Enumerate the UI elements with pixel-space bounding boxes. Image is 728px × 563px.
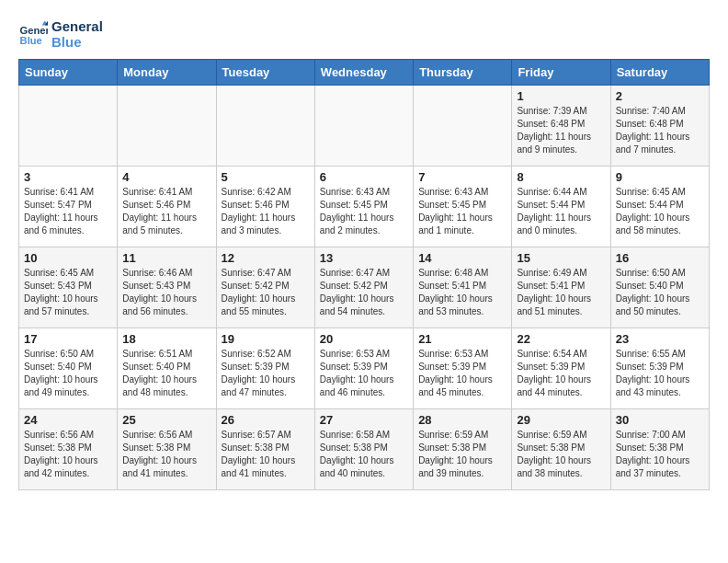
day-info: Sunrise: 6:58 AM Sunset: 5:38 PM Dayligh… <box>320 429 408 480</box>
calendar-table: SundayMondayTuesdayWednesdayThursdayFrid… <box>18 59 710 490</box>
day-info: Sunrise: 6:41 AM Sunset: 5:46 PM Dayligh… <box>122 186 210 237</box>
calendar-cell: 17Sunrise: 6:50 AM Sunset: 5:40 PM Dayli… <box>19 328 118 409</box>
day-info: Sunrise: 6:44 AM Sunset: 5:44 PM Dayligh… <box>517 186 605 237</box>
day-info: Sunrise: 6:56 AM Sunset: 5:38 PM Dayligh… <box>122 429 210 480</box>
calendar-cell: 13Sunrise: 6:47 AM Sunset: 5:42 PM Dayli… <box>314 247 413 328</box>
calendar-cell: 23Sunrise: 6:55 AM Sunset: 5:39 PM Dayli… <box>610 328 709 409</box>
logo-line1: General <box>51 18 103 34</box>
header-wednesday: Wednesday <box>314 60 413 86</box>
day-info: Sunrise: 6:41 AM Sunset: 5:47 PM Dayligh… <box>24 186 112 237</box>
calendar-week-row: 17Sunrise: 6:50 AM Sunset: 5:40 PM Dayli… <box>19 328 710 409</box>
calendar-cell <box>216 86 314 167</box>
day-info: Sunrise: 6:45 AM Sunset: 5:43 PM Dayligh… <box>24 267 112 318</box>
day-number: 5 <box>222 170 310 184</box>
day-info: Sunrise: 6:59 AM Sunset: 5:38 PM Dayligh… <box>517 429 605 480</box>
logo-icon: General Blue <box>18 19 48 49</box>
calendar-week-row: 10Sunrise: 6:45 AM Sunset: 5:43 PM Dayli… <box>19 247 710 328</box>
day-info: Sunrise: 6:51 AM Sunset: 5:40 PM Dayligh… <box>122 348 210 399</box>
day-number: 20 <box>320 332 408 346</box>
calendar-cell <box>19 86 118 167</box>
day-info: Sunrise: 6:54 AM Sunset: 5:39 PM Dayligh… <box>517 348 605 399</box>
day-info: Sunrise: 7:40 AM Sunset: 6:48 PM Dayligh… <box>616 105 704 156</box>
header-saturday: Saturday <box>610 60 709 86</box>
day-info: Sunrise: 6:45 AM Sunset: 5:44 PM Dayligh… <box>616 186 704 237</box>
day-number: 9 <box>616 170 704 184</box>
day-number: 14 <box>418 251 506 265</box>
day-info: Sunrise: 6:59 AM Sunset: 5:38 PM Dayligh… <box>418 429 506 480</box>
calendar-cell: 15Sunrise: 6:49 AM Sunset: 5:41 PM Dayli… <box>512 247 610 328</box>
calendar-cell: 9Sunrise: 6:45 AM Sunset: 5:44 PM Daylig… <box>610 167 709 247</box>
day-number: 26 <box>222 413 310 427</box>
day-info: Sunrise: 6:46 AM Sunset: 5:43 PM Dayligh… <box>122 267 210 318</box>
calendar-cell: 21Sunrise: 6:53 AM Sunset: 5:39 PM Dayli… <box>414 328 512 409</box>
svg-text:Blue: Blue <box>20 35 42 46</box>
day-number: 18 <box>122 332 210 346</box>
day-number: 8 <box>517 170 605 184</box>
calendar-cell: 1Sunrise: 7:39 AM Sunset: 6:48 PM Daylig… <box>512 86 610 167</box>
day-number: 4 <box>122 170 210 184</box>
day-number: 19 <box>222 332 310 346</box>
calendar-cell: 6Sunrise: 6:43 AM Sunset: 5:45 PM Daylig… <box>314 167 413 247</box>
day-number: 2 <box>616 89 704 103</box>
day-info: Sunrise: 6:56 AM Sunset: 5:38 PM Dayligh… <box>24 429 112 480</box>
header-tuesday: Tuesday <box>216 60 314 86</box>
svg-text:General: General <box>20 25 48 36</box>
calendar-week-row: 1Sunrise: 7:39 AM Sunset: 6:48 PM Daylig… <box>19 86 710 167</box>
calendar-cell: 26Sunrise: 6:57 AM Sunset: 5:38 PM Dayli… <box>216 409 314 490</box>
calendar-cell: 20Sunrise: 6:53 AM Sunset: 5:39 PM Dayli… <box>314 328 413 409</box>
day-info: Sunrise: 6:53 AM Sunset: 5:39 PM Dayligh… <box>418 348 506 399</box>
calendar-cell: 11Sunrise: 6:46 AM Sunset: 5:43 PM Dayli… <box>118 247 216 328</box>
day-number: 13 <box>320 251 408 265</box>
day-info: Sunrise: 6:53 AM Sunset: 5:39 PM Dayligh… <box>320 348 408 399</box>
header-friday: Friday <box>512 60 610 86</box>
day-info: Sunrise: 6:50 AM Sunset: 5:40 PM Dayligh… <box>616 267 704 318</box>
calendar-cell <box>118 86 216 167</box>
calendar-cell: 24Sunrise: 6:56 AM Sunset: 5:38 PM Dayli… <box>19 409 118 490</box>
day-number: 24 <box>24 413 112 427</box>
calendar-cell <box>414 86 512 167</box>
day-number: 21 <box>418 332 506 346</box>
day-info: Sunrise: 6:48 AM Sunset: 5:41 PM Dayligh… <box>418 267 506 318</box>
calendar-cell: 22Sunrise: 6:54 AM Sunset: 5:39 PM Dayli… <box>512 328 610 409</box>
calendar-cell: 2Sunrise: 7:40 AM Sunset: 6:48 PM Daylig… <box>610 86 709 167</box>
day-number: 29 <box>517 413 605 427</box>
logo: General Blue General Blue <box>18 18 103 50</box>
day-info: Sunrise: 6:47 AM Sunset: 5:42 PM Dayligh… <box>222 267 310 318</box>
calendar-cell: 7Sunrise: 6:43 AM Sunset: 5:45 PM Daylig… <box>414 167 512 247</box>
day-number: 7 <box>418 170 506 184</box>
calendar-cell: 19Sunrise: 6:52 AM Sunset: 5:39 PM Dayli… <box>216 328 314 409</box>
calendar-cell: 3Sunrise: 6:41 AM Sunset: 5:47 PM Daylig… <box>19 167 118 247</box>
calendar-cell: 30Sunrise: 7:00 AM Sunset: 5:38 PM Dayli… <box>610 409 709 490</box>
calendar-cell: 5Sunrise: 6:42 AM Sunset: 5:46 PM Daylig… <box>216 167 314 247</box>
day-info: Sunrise: 6:52 AM Sunset: 5:39 PM Dayligh… <box>222 348 310 399</box>
logo-line2: Blue <box>51 34 103 50</box>
calendar-header-row: SundayMondayTuesdayWednesdayThursdayFrid… <box>19 60 710 86</box>
day-number: 17 <box>24 332 112 346</box>
header-monday: Monday <box>118 60 216 86</box>
day-info: Sunrise: 6:43 AM Sunset: 5:45 PM Dayligh… <box>320 186 408 237</box>
calendar-week-row: 3Sunrise: 6:41 AM Sunset: 5:47 PM Daylig… <box>19 167 710 247</box>
day-info: Sunrise: 6:49 AM Sunset: 5:41 PM Dayligh… <box>517 267 605 318</box>
day-info: Sunrise: 7:39 AM Sunset: 6:48 PM Dayligh… <box>517 105 605 156</box>
day-info: Sunrise: 6:47 AM Sunset: 5:42 PM Dayligh… <box>320 267 408 318</box>
calendar-week-row: 24Sunrise: 6:56 AM Sunset: 5:38 PM Dayli… <box>19 409 710 490</box>
day-number: 1 <box>517 89 605 103</box>
calendar-cell <box>314 86 413 167</box>
calendar-cell: 10Sunrise: 6:45 AM Sunset: 5:43 PM Dayli… <box>19 247 118 328</box>
day-number: 30 <box>616 413 704 427</box>
day-number: 12 <box>222 251 310 265</box>
day-number: 27 <box>320 413 408 427</box>
day-number: 6 <box>320 170 408 184</box>
day-number: 23 <box>616 332 704 346</box>
calendar-cell: 29Sunrise: 6:59 AM Sunset: 5:38 PM Dayli… <box>512 409 610 490</box>
calendar-cell: 28Sunrise: 6:59 AM Sunset: 5:38 PM Dayli… <box>414 409 512 490</box>
calendar-cell: 18Sunrise: 6:51 AM Sunset: 5:40 PM Dayli… <box>118 328 216 409</box>
calendar-cell: 25Sunrise: 6:56 AM Sunset: 5:38 PM Dayli… <box>118 409 216 490</box>
day-info: Sunrise: 6:43 AM Sunset: 5:45 PM Dayligh… <box>418 186 506 237</box>
calendar-cell: 4Sunrise: 6:41 AM Sunset: 5:46 PM Daylig… <box>118 167 216 247</box>
day-info: Sunrise: 6:42 AM Sunset: 5:46 PM Dayligh… <box>222 186 310 237</box>
calendar-cell: 27Sunrise: 6:58 AM Sunset: 5:38 PM Dayli… <box>314 409 413 490</box>
day-number: 15 <box>517 251 605 265</box>
day-info: Sunrise: 6:50 AM Sunset: 5:40 PM Dayligh… <box>24 348 112 399</box>
day-info: Sunrise: 6:57 AM Sunset: 5:38 PM Dayligh… <box>222 429 310 480</box>
